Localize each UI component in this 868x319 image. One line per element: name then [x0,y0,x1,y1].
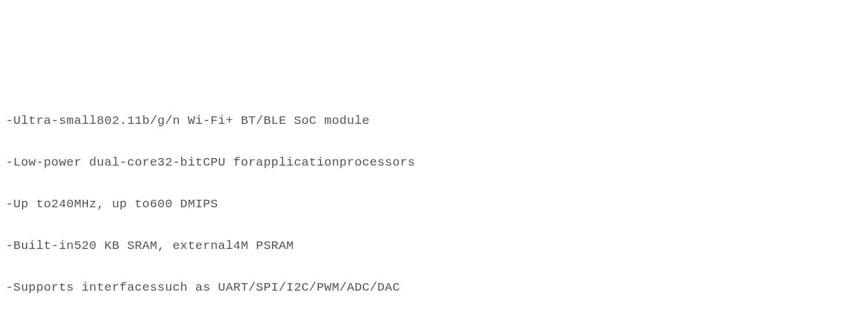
spec-item: -Supports interfacessuch as UART/SPI/I2C… [6,277,862,298]
spec-item: -Ultra-small802.11b/g/n Wi-Fi+ BT/BLE So… [6,111,862,131]
spec-list: -Ultra-small802.11b/g/n Wi-Fi+ BT/BLE So… [6,89,862,319]
spec-item: -Low-power dual-core32-bitCPU forapplica… [6,152,862,173]
spec-item: -Up to240MHz, up to600 DMIPS [6,194,862,215]
spec-item: -Built-in520 KB SRAM, external4M PSRAM [6,236,862,256]
